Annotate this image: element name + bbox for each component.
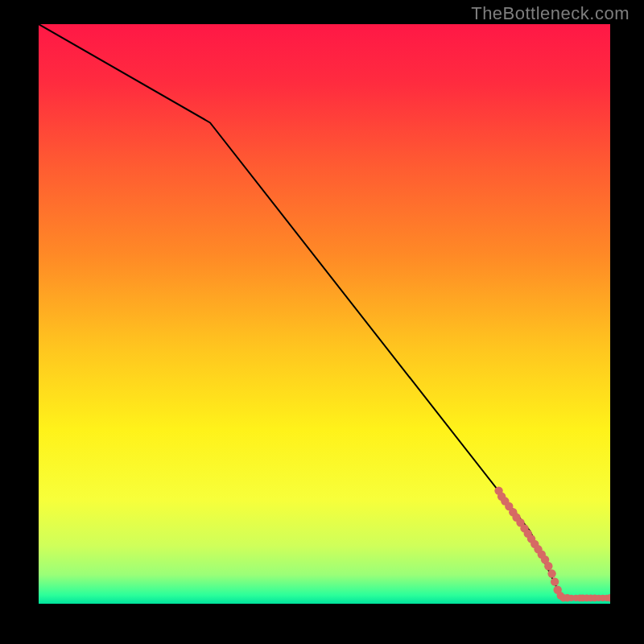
- plot-area: [39, 24, 610, 604]
- chart-marker: [544, 562, 552, 570]
- chart-marker: [551, 577, 559, 585]
- watermark-text: TheBottleneck.com: [471, 3, 630, 24]
- chart-marker: [547, 569, 555, 577]
- chart-frame: TheBottleneck.com: [0, 0, 644, 644]
- chart-background: [39, 24, 610, 604]
- chart-svg: [39, 24, 610, 604]
